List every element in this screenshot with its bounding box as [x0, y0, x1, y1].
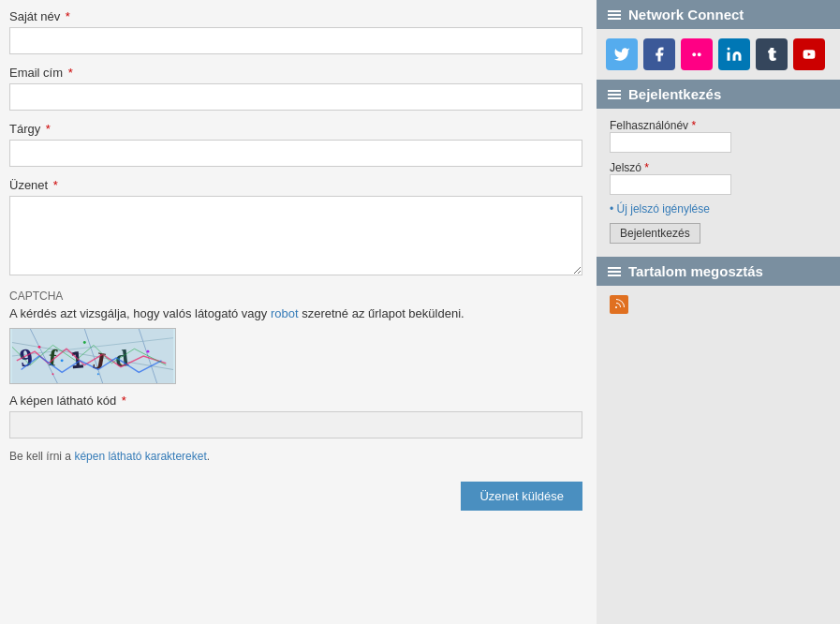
- flickr-icon-btn[interactable]: ●●: [681, 38, 713, 70]
- captcha-label: CAPTCHA: [9, 290, 582, 303]
- sidebar: Network Connect ●●: [597, 0, 840, 624]
- username-label: Felhasználónév *: [610, 119, 696, 132]
- content-share-section: Tartalom megosztás: [597, 257, 840, 323]
- svg-point-7: [61, 359, 64, 362]
- targy-input[interactable]: [9, 140, 582, 167]
- network-connect-section: Network Connect ●●: [597, 0, 840, 80]
- username-required: *: [691, 119, 696, 132]
- captcha-hint: Be kell írni a képen látható karaktereke…: [9, 450, 582, 463]
- captcha-hint-link[interactable]: képen látható karaktereket: [74, 450, 206, 463]
- email-label: Email cím *: [9, 66, 582, 80]
- social-icons-row: ●●: [597, 29, 840, 80]
- network-connect-list-icon: [608, 10, 621, 20]
- twitter-icon-btn[interactable]: [606, 38, 638, 70]
- forgot-password-link[interactable]: Új jelszó igénylése: [610, 202, 827, 215]
- captcha-code-group: A képen látható kód *: [9, 394, 582, 438]
- login-title: Bejelentkezés: [628, 86, 721, 102]
- sajat-nev-required: *: [66, 9, 70, 23]
- username-group: Felhasználónév *: [610, 118, 827, 153]
- captcha-image: 9 f 1 J d: [9, 328, 176, 384]
- network-connect-header: Network Connect: [597, 0, 840, 29]
- password-label: Jelszó *: [610, 161, 649, 174]
- targy-label: Tárgy *: [9, 122, 582, 136]
- tumblr-icon-btn[interactable]: [756, 38, 788, 70]
- submit-button[interactable]: Üzenet küldése: [461, 482, 582, 511]
- email-input[interactable]: [9, 83, 582, 111]
- uzenet-group: Üzenet *: [9, 178, 582, 278]
- login-section: Bejelentkezés Felhasználónév * Jelszó *: [597, 80, 840, 257]
- svg-point-10: [147, 350, 150, 353]
- login-body: Felhasználónév * Jelszó * Új jelszó igén…: [597, 109, 840, 257]
- captcha-robot-link[interactable]: robot: [271, 306, 299, 320]
- password-input[interactable]: [610, 174, 731, 195]
- captcha-description: A kérdés azt vizsgálja, hogy valós látog…: [9, 306, 582, 320]
- main-content: Saját név * Email cím * Tárgy * Üzenet *: [0, 0, 597, 624]
- email-group: Email cím *: [9, 66, 582, 111]
- sajat-nev-group: Saját név *: [9, 9, 582, 54]
- uzenet-required: *: [53, 178, 58, 192]
- svg-point-11: [52, 373, 54, 375]
- login-button[interactable]: Bejelentkezés: [610, 223, 700, 244]
- login-list-icon: [608, 90, 621, 99]
- content-share-list-icon: [608, 267, 621, 276]
- email-required: *: [68, 66, 73, 80]
- targy-group: Tárgy *: [9, 122, 582, 167]
- content-share-header: Tartalom megosztás: [597, 257, 840, 286]
- targy-required: *: [46, 122, 51, 136]
- login-header: Bejelentkezés: [597, 80, 840, 109]
- svg-point-8: [83, 341, 86, 344]
- svg-point-20: [615, 306, 617, 308]
- captcha-required: *: [122, 394, 126, 408]
- svg-text:1: 1: [69, 347, 85, 374]
- facebook-icon-btn[interactable]: [643, 38, 675, 70]
- svg-point-18: [728, 48, 730, 51]
- submit-row: Üzenet küldése: [9, 482, 582, 511]
- username-input[interactable]: [610, 132, 731, 153]
- sajat-nev-label: Saját név *: [9, 9, 582, 23]
- captcha-input[interactable]: [9, 411, 582, 438]
- content-share-title: Tartalom megosztás: [628, 263, 763, 279]
- youtube-icon-btn[interactable]: [793, 38, 825, 70]
- svg-point-6: [38, 346, 41, 349]
- rss-icon[interactable]: [610, 295, 628, 314]
- sajat-nev-input[interactable]: [9, 27, 582, 54]
- password-required: *: [644, 161, 649, 174]
- linkedin-icon-btn[interactable]: [718, 38, 750, 70]
- network-connect-title: Network Connect: [628, 7, 744, 22]
- uzenet-label: Üzenet *: [9, 178, 582, 192]
- captcha-section: CAPTCHA A kérdés azt vizsgálja, hogy val…: [9, 290, 582, 463]
- uzenet-textarea[interactable]: [9, 196, 582, 275]
- content-share-body: [597, 286, 840, 323]
- captcha-code-label: A képen látható kód *: [9, 394, 582, 408]
- password-group: Jelszó *: [610, 160, 827, 195]
